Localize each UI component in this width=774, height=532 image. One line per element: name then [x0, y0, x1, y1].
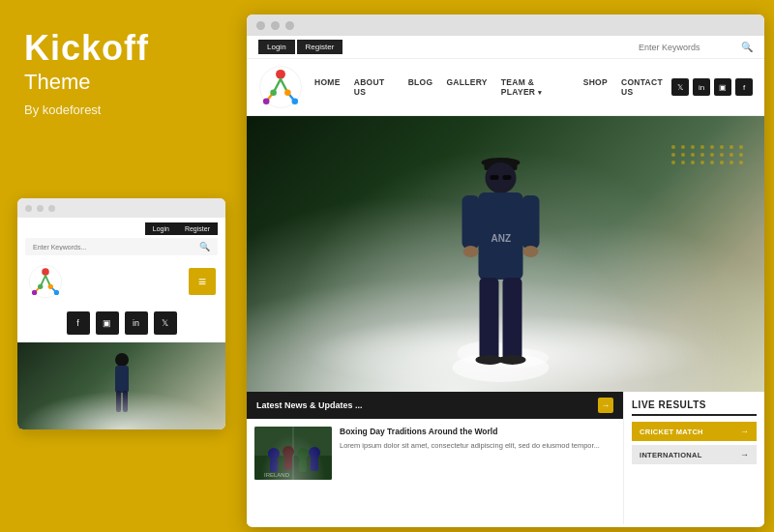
mini-search-icon[interactable]: 🔍	[199, 242, 210, 251]
mini-dot-3	[48, 205, 55, 212]
bottom-section: Latest News & Updates ... →	[247, 392, 764, 524]
mini-dot-2	[37, 205, 44, 212]
mini-dot-1	[25, 205, 32, 212]
news-article-title: Boxing Day Traditions Around the World	[340, 427, 615, 437]
svg-point-24	[263, 99, 270, 105]
site-topbar: Login Register 🔍	[247, 36, 764, 59]
hero-player-silhouette: ANZ	[447, 135, 553, 387]
live-cricket-arrow-icon: →	[740, 427, 749, 436]
mini-smoke-effect	[17, 391, 225, 429]
mini-social-buttons: f ▣ in 𝕏	[17, 306, 225, 342]
svg-rect-37	[521, 195, 539, 249]
nav-youtube-button[interactable]: ▣	[714, 78, 731, 96]
nav-facebook-button[interactable]: f	[735, 78, 753, 96]
nav-team-player[interactable]: TEAM & PLAYER	[501, 77, 570, 97]
svg-point-31	[485, 163, 516, 193]
news-section: Latest News & Updates ... →	[247, 392, 624, 524]
live-international-item[interactable]: INTERNATIONAL →	[632, 445, 757, 464]
search-input	[639, 43, 735, 52]
mini-search-input[interactable]	[33, 244, 199, 251]
nav-about[interactable]: ABOUT US	[354, 77, 395, 97]
nav-gallery[interactable]: GALLERY	[446, 77, 487, 97]
svg-rect-12	[115, 366, 129, 393]
svg-rect-41	[502, 278, 521, 360]
dot-red	[256, 21, 265, 30]
dot-green	[285, 21, 294, 30]
live-international-arrow-icon: →	[740, 450, 749, 459]
site-logo	[258, 65, 303, 109]
nav-twitter-button[interactable]: 𝕏	[671, 78, 689, 96]
main-browser: Login Register 🔍 HOME ABOUT US BLOG	[247, 15, 764, 527]
mini-topbar: Login Register	[17, 218, 225, 238]
svg-point-22	[270, 89, 277, 96]
svg-rect-40	[479, 278, 498, 360]
nav-social: 𝕏 in ▣ f	[671, 78, 753, 96]
mini-hamburger-icon[interactable]: ≡	[189, 268, 216, 295]
svg-point-43	[498, 355, 525, 365]
mini-browser-mockup: Login Register 🔍 ≡	[17, 198, 225, 429]
mini-youtube-button[interactable]: ▣	[96, 311, 119, 335]
mini-twitter-button[interactable]: 𝕏	[154, 311, 177, 335]
nav-blog[interactable]: BLOG	[408, 77, 433, 97]
svg-point-25	[292, 99, 299, 105]
brand-by: By kodeforest	[24, 103, 216, 117]
svg-point-10	[54, 290, 59, 295]
news-thumbnail: IRELAND	[254, 427, 332, 480]
news-header: Latest News & Updates ... →	[247, 392, 623, 419]
live-cricket-match-label: CRICKET MATCH	[640, 428, 703, 436]
svg-point-42	[475, 355, 502, 365]
topbar-left: Login Register	[258, 40, 342, 54]
svg-rect-33	[502, 175, 511, 180]
login-button[interactable]: Login	[258, 40, 295, 54]
news-arrow-button[interactable]: →	[598, 398, 613, 413]
dot-yellow	[271, 21, 280, 30]
svg-point-23	[284, 89, 291, 96]
svg-point-6	[43, 269, 48, 275]
search-icon[interactable]: 🔍	[741, 42, 753, 52]
site-navbar: HOME ABOUT US BLOG GALLERY TEAM & PLAYER…	[247, 59, 764, 116]
svg-rect-32	[490, 175, 498, 180]
svg-text:ANZ: ANZ	[491, 233, 511, 244]
live-results-section: LIVE RESULTS CRICKET MATCH → INTERNATION…	[624, 392, 764, 524]
left-panel: Kickoff Theme By kodeforest Login Regist…	[0, 0, 240, 532]
svg-point-38	[462, 246, 478, 257]
nav-contact[interactable]: CONTACT US	[621, 77, 671, 97]
news-header-label: Latest News & Updates ...	[256, 400, 363, 410]
svg-point-7	[38, 284, 43, 289]
svg-point-8	[48, 284, 53, 289]
hero-section: ANZ	[247, 116, 764, 392]
brand-title: Kickoff	[24, 29, 216, 68]
svg-point-11	[115, 353, 129, 367]
live-cricket-match-item[interactable]: CRICKET MATCH →	[632, 422, 757, 441]
mini-search-bar: 🔍	[25, 238, 218, 255]
svg-rect-36	[461, 195, 479, 249]
yellow-dots-decoration	[671, 145, 745, 164]
mini-hero-image	[17, 342, 225, 429]
news-content: IRELAND Boxing Day Traditions Around the…	[247, 419, 623, 488]
live-international-label: INTERNATIONAL	[640, 451, 702, 459]
mini-titlebar	[17, 198, 225, 218]
brand-subtitle: Theme	[24, 70, 216, 95]
nav-shop[interactable]: SHOP	[583, 77, 608, 97]
svg-point-21	[277, 71, 284, 78]
mini-register-button[interactable]: Register	[177, 222, 218, 235]
svg-point-39	[522, 246, 538, 257]
register-button[interactable]: Register	[297, 40, 343, 54]
mini-logo	[27, 263, 64, 300]
browser-titlebar	[247, 15, 764, 36]
svg-point-9	[32, 290, 37, 295]
live-results-header: LIVE RESULTS	[632, 399, 757, 416]
news-article-excerpt: Lorem ipsum dolor sit amet, consectetur …	[340, 441, 615, 452]
news-text-block: Boxing Day Traditions Around the World L…	[340, 427, 615, 480]
mini-facebook-button[interactable]: f	[67, 311, 90, 335]
nav-home[interactable]: HOME	[314, 77, 341, 97]
nav-linkedin-button[interactable]: in	[693, 78, 710, 96]
nav-links: HOME ABOUT US BLOG GALLERY TEAM & PLAYER…	[314, 77, 671, 97]
mini-login-button[interactable]: Login	[145, 222, 177, 235]
topbar-right: 🔍	[639, 42, 753, 52]
mini-linkedin-button[interactable]: in	[125, 311, 148, 335]
mini-logo-row: ≡	[17, 259, 225, 306]
